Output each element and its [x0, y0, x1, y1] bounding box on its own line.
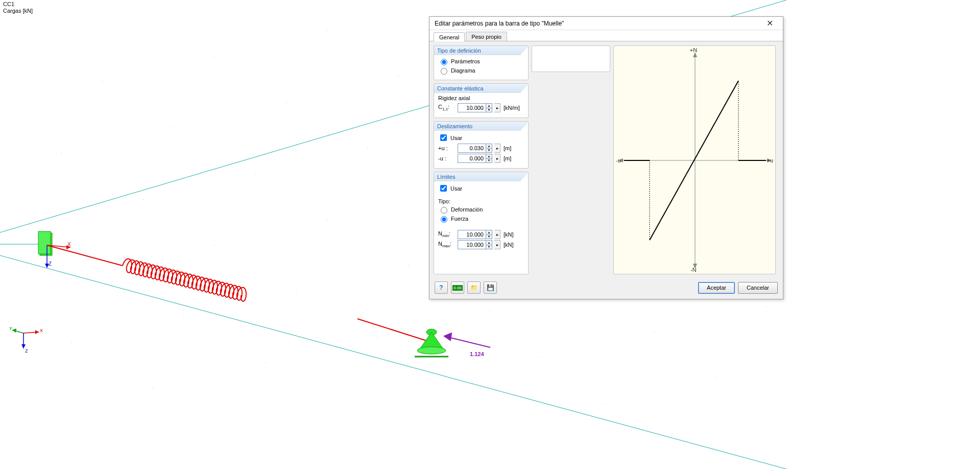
svg-point-8: [142, 199, 144, 200]
svg-point-4: [173, 127, 174, 128]
gizmo-x: X: [40, 328, 43, 333]
cancel-button[interactable]: Cancelar: [738, 282, 778, 294]
svg-point-24: [653, 332, 654, 333]
axis-minus-n: -N: [690, 267, 697, 273]
svg-point-10: [367, 148, 368, 149]
spring-params-dialog: Editar parámetros para la barra de tipo …: [429, 16, 783, 299]
load-value: 1.124: [470, 351, 484, 357]
svg-point-19: [265, 362, 266, 363]
svg-marker-42: [444, 333, 451, 340]
accept-button[interactable]: Aceptar: [698, 282, 735, 294]
svg-point-12: [214, 245, 215, 246]
svg-point-18: [153, 388, 154, 389]
spin-down-icon[interactable]: ▼: [486, 108, 492, 112]
dialog-titlebar[interactable]: Editar parámetros para la barra de tipo …: [429, 17, 783, 30]
check-usar-limites[interactable]: Usar: [438, 183, 524, 193]
check-usar-deslizamiento[interactable]: Usar: [438, 133, 524, 143]
world-axes-gizmo: [12, 329, 39, 348]
stepper-button[interactable]: ▸: [494, 103, 500, 112]
tab-general[interactable]: General: [434, 32, 465, 41]
radio-fuerza[interactable]: Fuerza: [438, 215, 524, 223]
svg-point-6: [398, 76, 399, 77]
spin-up-icon[interactable]: ▲: [486, 241, 492, 245]
axis-plus-u: +u: [767, 157, 773, 163]
axis-minus-u: -u: [616, 157, 621, 163]
radio-deformacion[interactable]: Deformación: [438, 205, 524, 214]
stepper-button[interactable]: ▸: [494, 144, 500, 153]
help-icon[interactable]: ?: [435, 282, 448, 294]
axis-x-big: X: [67, 242, 71, 247]
nmin-label: Nmin:: [438, 230, 456, 238]
save-icon[interactable]: 💾: [484, 282, 497, 294]
spin-up-icon[interactable]: ▲: [486, 230, 492, 235]
viewport-label: CC1 Cargas [kN]: [3, 1, 33, 14]
stepper-button[interactable]: ▸: [494, 240, 500, 249]
c11-input[interactable]: ▲▼: [458, 103, 492, 112]
spin-down-icon[interactable]: ▼: [486, 159, 492, 163]
dialog-title: Editar parámetros para la barra de tipo …: [435, 20, 759, 27]
radio-parametros[interactable]: Parámetros: [438, 57, 524, 65]
minus-u-input[interactable]: ▲▼: [458, 154, 492, 163]
svg-point-39: [417, 347, 446, 354]
svg-marker-44: [35, 330, 39, 334]
stepper-button[interactable]: ▸: [494, 230, 500, 239]
axis-plus-n: +N: [690, 47, 697, 53]
group-limites: Límites Usar Tipo: Deformación Fuerza: [434, 172, 529, 274]
svg-point-2: [326, 30, 327, 31]
svg-point-15: [183, 316, 184, 317]
svg-point-3: [61, 153, 62, 154]
load-arrow[interactable]: [444, 333, 490, 347]
tab-peso-propio[interactable]: Peso propio: [466, 32, 507, 41]
svg-point-0: [102, 81, 103, 82]
svg-point-7: [30, 224, 31, 225]
tabstrip: General Peso propio: [429, 30, 783, 41]
gizmo-y: Y: [9, 326, 12, 331]
c11-label: C1,1:: [438, 104, 456, 111]
spin-down-icon[interactable]: ▼: [486, 245, 492, 249]
svg-point-27: [714, 378, 715, 379]
svg-point-14: [71, 342, 72, 343]
group-deslizamiento: Deslizamiento Usar +u : ▲▼ ▸ [m] -u :: [434, 121, 529, 169]
spin-up-icon[interactable]: ▲: [486, 154, 492, 159]
spin-up-icon[interactable]: ▲: [486, 144, 492, 149]
axis-z-big: Z: [49, 261, 52, 267]
svg-point-1: [214, 56, 215, 57]
svg-point-11: [102, 270, 103, 271]
svg-point-16: [296, 291, 297, 292]
svg-point-20: [377, 337, 378, 338]
spin-down-icon[interactable]: ▼: [486, 235, 492, 239]
spring-diagram: +N -N +u -u: [613, 45, 776, 274]
support-fixed: [38, 231, 52, 255]
member-line-left[interactable]: [47, 245, 123, 266]
svg-rect-32: [38, 231, 51, 254]
open-icon[interactable]: 📁: [467, 282, 481, 294]
svg-point-17: [408, 265, 409, 266]
plus-u-input[interactable]: ▲▼: [458, 144, 492, 153]
units-icon[interactable]: 0.00: [451, 282, 464, 294]
gizmo-z: Z: [25, 348, 28, 354]
svg-point-5: [285, 102, 286, 103]
radio-diagrama[interactable]: Diagrama: [438, 66, 524, 75]
empty-panel: [532, 45, 610, 72]
stepper-button[interactable]: ▸: [494, 154, 500, 163]
svg-line-41: [448, 337, 490, 347]
member-line-right[interactable]: [357, 319, 432, 342]
group-tipo-definicion: Tipo de definición Parámetros Diagrama: [434, 45, 529, 80]
svg-point-9: [255, 173, 256, 174]
svg-point-26: [602, 403, 603, 404]
svg-marker-48: [21, 344, 26, 348]
nmax-label: Nmax:: [438, 241, 456, 248]
spin-up-icon[interactable]: ▲: [486, 104, 492, 108]
support-pinned: [415, 329, 448, 357]
svg-point-25: [766, 306, 767, 307]
close-icon[interactable]: ✕: [759, 17, 780, 30]
spin-down-icon[interactable]: ▼: [486, 149, 492, 153]
nmax-input[interactable]: ▲▼: [458, 240, 492, 249]
svg-point-21: [490, 311, 491, 312]
spring-coil[interactable]: [123, 259, 246, 301]
svg-point-23: [541, 357, 542, 358]
group-constante-elastica: Constante elástica Rigidez axial C1,1: ▲…: [434, 83, 529, 118]
svg-point-13: [326, 219, 327, 220]
nmin-input[interactable]: ▲▼: [458, 230, 492, 239]
